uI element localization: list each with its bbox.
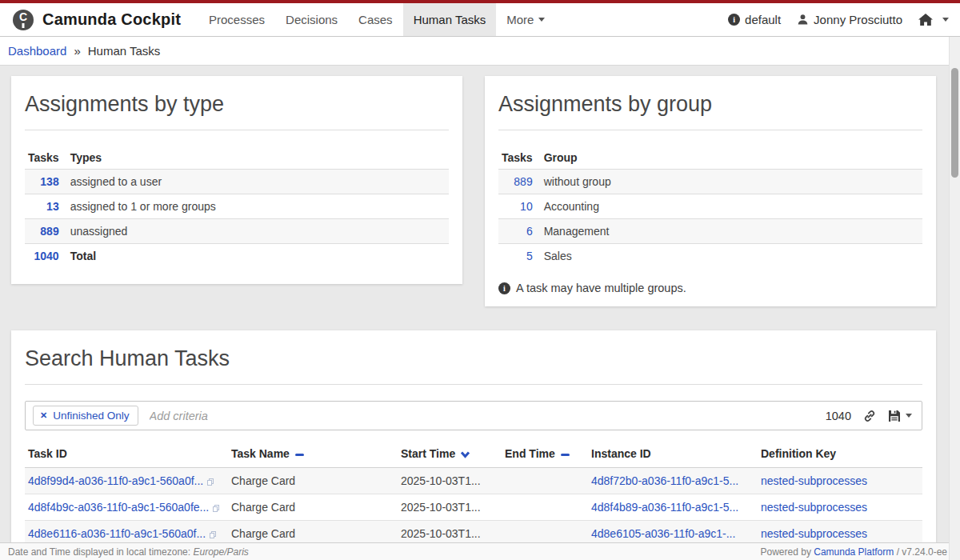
scrollbar-track[interactable] [949,37,960,560]
copy-icon[interactable] [210,531,216,538]
start-time-cell: 2025-10-03T1... [398,494,502,521]
instance-id-link[interactable]: 4d8f72b0-a036-11f0-a9c1-5... [591,474,738,487]
powered-by: Powered by Camunda Platform / v7.24.0-ee [761,546,947,558]
link-icon [863,410,876,422]
camunda-platform-link[interactable]: Camunda Platform [814,546,894,558]
scrollbar-thumb[interactable] [951,68,958,178]
home-menu[interactable] [918,14,949,26]
column-header-end-time[interactable]: End Time [502,440,588,468]
sort-minus-icon[interactable] [295,454,304,457]
multiple-groups-note: i A task may have multiple groups. [498,282,922,294]
timezone-note: Date and Time displayed in local timezon… [8,546,249,558]
breadcrumb-separator: » [74,44,80,58]
end-time-cell [502,494,588,521]
column-header-tasks: Tasks [498,146,536,170]
brand-home-link[interactable]: C Camunda Cockpit [13,3,181,36]
nav-processes[interactable]: Processes [198,3,275,36]
footer: Date and Time displayed in local timezon… [0,542,960,560]
column-header-group: Group [536,146,922,170]
nav-cases[interactable]: Cases [348,3,403,36]
assignments-by-group-table: Tasks Group 889 without group 10 Account… [498,146,922,268]
task-id-link[interactable]: 4d8f4b9c-a036-11f0-a9c1-560a0fe... [28,501,209,514]
search-tools: 1040 [826,410,912,422]
task-name-cell: Charge Card [228,468,398,494]
engine-name: default [745,13,781,26]
definition-key-link[interactable]: nested-subprocesses [761,501,867,514]
assignments-by-type-table: Tasks Types 138 assigned to a user 13 as… [25,146,449,268]
navbar-right: i default Jonny Prosciutto [728,3,960,36]
column-header-start-time[interactable]: Start Time [398,440,502,468]
remove-chip-icon[interactable]: ✕ [40,411,47,420]
type-label: assigned to a user [62,170,449,194]
task-id-link[interactable]: 4d8f99d4-a036-11f0-a9c1-560a0f... [28,474,203,487]
save-search-button[interactable] [888,410,912,422]
search-title: Search Human Tasks [25,342,922,385]
count-link[interactable]: 5 [526,250,533,262]
copy-icon[interactable] [207,478,214,486]
table-row: 6 Management [498,219,922,244]
caret-down-icon [538,18,545,22]
table-row: 10 Accounting [498,194,922,219]
table-row: 889 without group [498,170,922,194]
definition-key-link[interactable]: nested-subprocesses [761,527,867,540]
filter-chip-unfinished-only[interactable]: ✕ Unfinished Only [33,406,138,426]
sort-desc-icon[interactable] [460,450,470,458]
search-criteria-input[interactable] [138,410,826,422]
count-link[interactable]: 138 [40,175,58,188]
instance-id-link[interactable]: 4d8f4b89-a036-11f0-a9c1-5... [591,501,738,514]
panel-title-by-type: Assignments by type [25,87,449,130]
column-header-definition-key[interactable]: Definition Key [758,440,922,468]
task-row: 4d8f99d4-a036-11f0-a9c1-560a0f... Charge… [25,468,922,494]
copy-search-link-button[interactable] [863,410,876,422]
assignments-by-group-panel: Assignments by group Tasks Group 889 wit… [485,76,936,306]
info-icon: i [498,282,510,294]
column-header-task-name[interactable]: Task Name [228,440,398,468]
camunda-logo-icon: C [13,10,34,30]
count-link[interactable]: 10 [520,200,533,213]
sort-minus-icon[interactable] [561,454,570,457]
table-row: 13 assigned to 1 or more groups [25,194,449,219]
nav-more[interactable]: More [496,3,555,36]
count-link[interactable]: 889 [514,175,532,188]
task-row: 4d8e6116-a036-11f0-a9c1-560a0f... Charge… [25,521,922,543]
column-header-types: Types [62,146,449,170]
task-id-link[interactable]: 4d8e6116-a036-11f0-a9c1-560a0f... [28,527,206,540]
count-link[interactable]: 13 [46,200,59,213]
dashboard-content: Assignments by type Tasks Types 138 assi… [0,66,960,542]
task-name-cell: Charge Card [228,521,398,543]
instance-id-link[interactable]: 4d8e6105-a036-11f0-a9c1-... [591,527,735,540]
breadcrumb-current: Human Tasks [88,44,161,58]
result-count: 1040 [826,410,851,422]
navbar: C Camunda Cockpit Processes Decisions Ca… [0,3,960,37]
column-header-instance-id[interactable]: Instance ID [588,440,758,468]
nav-decisions[interactable]: Decisions [275,3,348,36]
user-name: Jonny Prosciutto [814,13,902,26]
caret-down-icon [906,414,912,418]
caret-down-icon [942,18,949,22]
group-label: without group [536,170,922,194]
count-link[interactable]: 6 [526,225,533,238]
assignments-by-type-panel: Assignments by type Tasks Types 138 assi… [11,76,462,284]
type-label: assigned to 1 or more groups [62,194,449,219]
definition-key-link[interactable]: nested-subprocesses [761,474,867,487]
human-tasks-table: Task ID Task Name Start Time End Time In… [25,440,922,542]
start-time-cell: 2025-10-03T1... [398,521,502,543]
column-header-task-id[interactable]: Task ID [25,440,228,468]
search-criteria-box[interactable]: ✕ Unfinished Only 1040 [25,401,922,430]
save-icon [888,410,901,422]
info-icon: i [728,14,740,26]
copy-icon[interactable] [213,505,219,512]
breadcrumb-dashboard-link[interactable]: Dashboard [8,44,66,58]
total-count-link[interactable]: 1040 [34,250,59,262]
nav-human-tasks[interactable]: Human Tasks [403,3,497,36]
engine-selector[interactable]: i default [728,13,781,26]
search-human-tasks-panel: Search Human Tasks ✕ Unfinished Only 104… [11,330,936,542]
total-row: 1040 Total [25,244,449,269]
app-title: Camunda Cockpit [42,10,181,29]
group-label: Sales [536,244,922,269]
panel-title-by-group: Assignments by group [498,87,922,130]
count-link[interactable]: 889 [40,225,58,238]
end-time-cell [502,468,588,494]
table-row: 889 unassigned [25,219,449,244]
user-menu[interactable]: Jonny Prosciutto [797,13,902,26]
